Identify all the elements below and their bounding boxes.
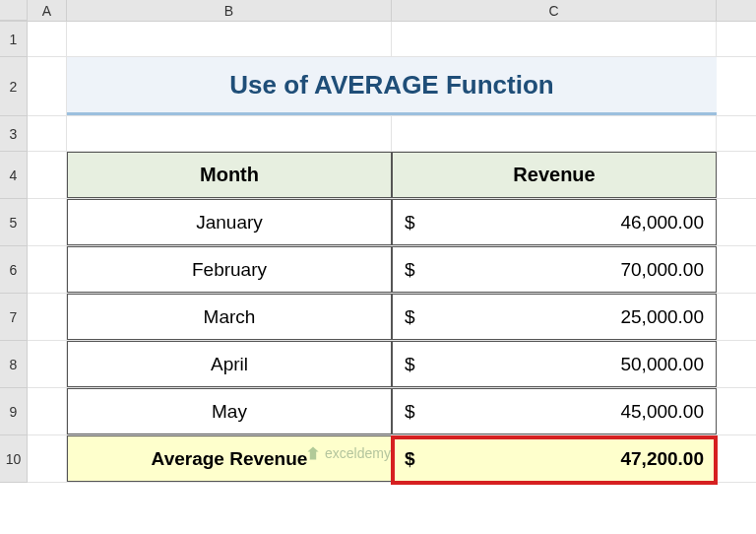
row-header-9[interactable]: 9: [0, 388, 28, 435]
month-cell[interactable]: February: [67, 246, 392, 293]
month-cell[interactable]: January: [67, 199, 392, 245]
cell-A1[interactable]: [28, 22, 67, 56]
cell-B3[interactable]: [67, 116, 392, 151]
revenue-cell[interactable]: $ 50,000.00: [392, 341, 717, 387]
cell-A5[interactable]: [28, 199, 67, 245]
header-month[interactable]: Month: [67, 152, 392, 198]
currency-symbol: $: [405, 306, 415, 328]
revenue-value: 46,000.00: [620, 212, 704, 234]
revenue-value: 25,000.00: [620, 306, 704, 328]
cell-C3[interactable]: [392, 116, 717, 151]
cell-B1[interactable]: [67, 22, 392, 56]
table-row: February $ 70,000.00: [28, 246, 756, 294]
month-cell[interactable]: May: [67, 388, 392, 434]
revenue-value: 50,000.00: [620, 354, 704, 375]
month-cell[interactable]: March: [67, 294, 392, 340]
row-4: Month Revenue: [28, 152, 756, 199]
row-header-5[interactable]: 5: [0, 199, 28, 246]
cell-A6[interactable]: [28, 246, 67, 293]
currency-symbol: $: [405, 212, 415, 234]
row-header-6[interactable]: 6: [0, 246, 28, 294]
average-value-cell[interactable]: $ 47,200.00: [392, 435, 717, 482]
cell-A8[interactable]: [28, 341, 67, 387]
revenue-cell[interactable]: $ 46,000.00: [392, 199, 717, 245]
col-header-A[interactable]: A: [28, 0, 67, 21]
row-2: Use of AVERAGE Function: [28, 57, 756, 116]
row-header-10[interactable]: 10: [0, 435, 28, 483]
cell-A2[interactable]: [28, 57, 67, 115]
month-cell[interactable]: April: [67, 341, 392, 387]
col-header-C[interactable]: C: [392, 0, 717, 21]
table-row: April $ 50,000.00: [28, 341, 756, 388]
grid: Use of AVERAGE Function Month Revenue Ja…: [28, 22, 756, 483]
row-header-2[interactable]: 2: [0, 57, 28, 116]
cell-A9[interactable]: [28, 388, 67, 434]
cell-A3[interactable]: [28, 116, 67, 151]
currency-symbol: $: [405, 401, 415, 423]
average-row: Average Revenue $ 47,200.00: [28, 435, 756, 483]
spreadsheet: A B C 1 2 3 4 5 6 7 8 9 10 Use of AVERAG…: [0, 0, 756, 534]
currency-symbol: $: [405, 259, 415, 281]
table-row: March $ 25,000.00: [28, 294, 756, 341]
revenue-cell[interactable]: $ 25,000.00: [392, 294, 717, 340]
revenue-value: 45,000.00: [620, 401, 704, 423]
cell-C1[interactable]: [392, 22, 717, 56]
currency-symbol: $: [405, 448, 415, 470]
table-row: January $ 46,000.00: [28, 199, 756, 246]
row-headers: 1 2 3 4 5 6 7 8 9 10: [0, 22, 28, 483]
table-row: May $ 45,000.00: [28, 388, 756, 435]
row-3: [28, 116, 756, 152]
row-header-1[interactable]: 1: [0, 22, 28, 57]
cell-A7[interactable]: [28, 294, 67, 340]
average-value: 47,200.00: [620, 448, 704, 470]
revenue-cell[interactable]: $ 70,000.00: [392, 246, 717, 293]
revenue-value: 70,000.00: [620, 259, 704, 281]
average-label-cell[interactable]: Average Revenue: [67, 435, 392, 482]
cell-A10[interactable]: [28, 435, 67, 482]
currency-symbol: $: [405, 354, 415, 375]
row-header-7[interactable]: 7: [0, 294, 28, 341]
revenue-cell[interactable]: $ 45,000.00: [392, 388, 717, 434]
select-all-corner[interactable]: [0, 0, 28, 21]
row-1: [28, 22, 756, 57]
header-revenue[interactable]: Revenue: [392, 152, 717, 198]
row-header-3[interactable]: 3: [0, 116, 28, 152]
row-header-4[interactable]: 4: [0, 152, 28, 199]
row-header-8[interactable]: 8: [0, 341, 28, 388]
cell-A4[interactable]: [28, 152, 67, 198]
title-cell[interactable]: Use of AVERAGE Function: [67, 57, 717, 115]
column-headers: A B C: [0, 0, 756, 22]
col-header-B[interactable]: B: [67, 0, 392, 21]
